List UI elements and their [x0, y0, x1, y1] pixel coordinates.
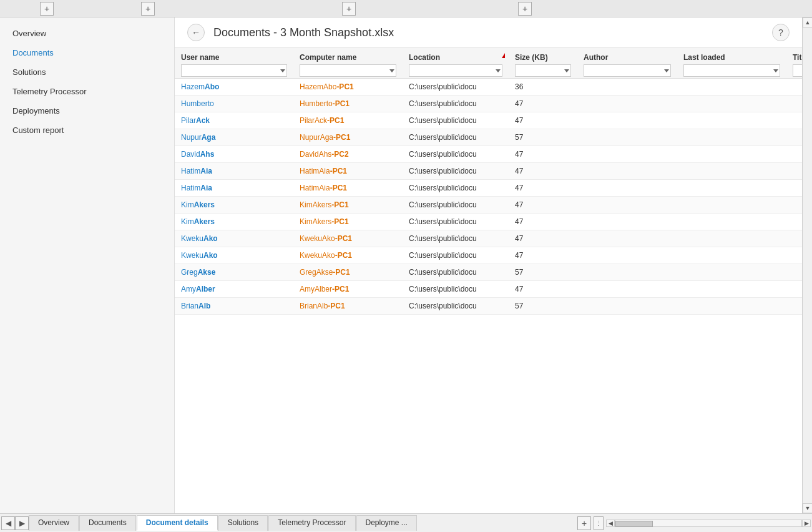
table-row[interactable]: KwekuAkoKwekuAko-PC1C:\users\public\docu… — [175, 230, 802, 247]
sidebar-item-telemetry[interactable]: Telemetry Processor — [0, 82, 174, 101]
cell-username: Humberto — [175, 96, 293, 112]
scroll-up-btn[interactable]: ▲ — [803, 17, 812, 27]
lastloaded-filter-arrow[interactable] — [773, 69, 778, 72]
right-scrollbar: ▲ ▼ — [802, 17, 812, 513]
table-row[interactable]: HazemAboHazemAbo-PC1C:\users\public\docu… — [175, 79, 802, 96]
cell-lastloaded — [677, 112, 786, 129]
bottom-nav-right[interactable]: ▶ — [15, 516, 29, 530]
bottom-tab-overview[interactable]: Overview — [29, 515, 79, 531]
cell-lastloaded — [677, 197, 786, 214]
bottom-add-tab-btn[interactable]: + — [577, 516, 591, 530]
cell-author — [577, 79, 677, 96]
sidebar-item-documents[interactable]: Documents — [0, 43, 174, 62]
cell-username: DavidAhs — [175, 146, 293, 163]
cell-username: BrianAlb — [175, 298, 293, 315]
cell-computername: KwekuAko-PC1 — [293, 247, 403, 264]
scrollbar-track[interactable] — [803, 27, 812, 503]
bottom-tab-deployme-...[interactable]: Deployme ... — [356, 515, 417, 531]
table-row[interactable]: HatimAiaHatimAia-PC1C:\users\public\docu… — [175, 180, 802, 197]
cell-lastloaded — [677, 146, 786, 163]
author-filter-arrow[interactable] — [664, 69, 669, 72]
table-row[interactable]: HumbertoHumberto-PC1C:\users\public\docu… — [175, 96, 802, 112]
cell-computername: Humberto-PC1 — [293, 96, 403, 112]
username-filter[interactable] — [181, 64, 287, 77]
bottom-more-btn[interactable]: ⋮ — [594, 516, 604, 530]
scrollbar-thumb[interactable] — [615, 521, 653, 527]
top-tab-add-1[interactable]: + — [40, 2, 54, 16]
cell-author — [577, 197, 677, 214]
cell-lastloaded — [677, 230, 786, 247]
location-filter-arrow[interactable] — [496, 69, 501, 72]
table-row[interactable]: DavidAhsDavidAhs-PC2C:\users\public\docu… — [175, 146, 802, 163]
scrollbar-left-arrow[interactable]: ◀ — [606, 520, 615, 527]
cell-size: 57 — [509, 129, 577, 146]
cell-title — [786, 163, 802, 180]
cell-location: C:\users\public\docu — [403, 247, 509, 264]
cell-username: NupurAga — [175, 129, 293, 146]
cell-computername: HatimAia-PC1 — [293, 163, 403, 180]
cell-title — [786, 197, 802, 214]
cell-username: KimAkers — [175, 214, 293, 230]
table-row[interactable]: AmyAlberAmyAlber-PC1C:\users\public\docu… — [175, 281, 802, 298]
bottom-tab-telemetry-processor[interactable]: Telemetry Processor — [268, 515, 355, 531]
cell-title — [786, 180, 802, 197]
author-filter[interactable] — [584, 64, 671, 77]
table-row[interactable]: KwekuAkoKwekuAko-PC1C:\users\public\docu… — [175, 247, 802, 264]
size-filter[interactable] — [515, 64, 571, 77]
cell-location: C:\users\public\docu — [403, 146, 509, 163]
cell-author — [577, 112, 677, 129]
sidebar-item-deployments[interactable]: Deployments — [0, 101, 174, 121]
username-filter-arrow[interactable] — [280, 69, 285, 72]
table-row[interactable]: HatimAiaHatimAia-PC1C:\users\public\docu… — [175, 163, 802, 180]
sidebar-item-solutions[interactable]: Solutions — [0, 62, 174, 82]
location-filter[interactable] — [409, 64, 502, 77]
title-filter[interactable] — [793, 64, 802, 77]
cell-title — [786, 230, 802, 247]
cell-size: 47 — [509, 112, 577, 129]
cell-size: 57 — [509, 264, 577, 281]
scrollbar-track-horiz[interactable] — [615, 520, 802, 527]
cell-author — [577, 247, 677, 264]
table-header-row: User name Computer name — [175, 48, 802, 79]
bottom-nav-left[interactable]: ◀ — [1, 516, 15, 530]
lastloaded-filter[interactable] — [683, 64, 780, 77]
cell-username: KimAkers — [175, 197, 293, 214]
scrollbar-right-arrow[interactable]: ▶ — [802, 520, 811, 527]
column-header-title: Title — [786, 48, 802, 79]
cell-size: 47 — [509, 96, 577, 112]
table-row[interactable]: PilarAckPilarAck-PC1C:\users\public\docu… — [175, 112, 802, 129]
table-row[interactable]: NupurAgaNupurAga-PC1C:\users\public\docu… — [175, 129, 802, 146]
computername-filter[interactable] — [300, 64, 396, 77]
top-tab-add-2[interactable]: + — [141, 2, 155, 16]
table-row[interactable]: GregAkseGregAkse-PC1C:\users\public\docu… — [175, 264, 802, 281]
cell-title — [786, 264, 802, 281]
top-tab-add-4[interactable]: + — [518, 2, 532, 16]
table-wrapper[interactable]: User name Computer name — [175, 48, 802, 513]
table-row[interactable]: KimAkersKimAkers-PC1C:\users\public\docu… — [175, 214, 802, 230]
cell-size: 47 — [509, 163, 577, 180]
cell-computername: DavidAhs-PC2 — [293, 146, 403, 163]
cell-location: C:\users\public\docu — [403, 79, 509, 96]
bottom-tab-documents[interactable]: Documents — [79, 515, 136, 531]
cell-location: C:\users\public\docu — [403, 180, 509, 197]
help-button[interactable]: ? — [772, 24, 790, 41]
size-filter-arrow[interactable] — [564, 69, 569, 72]
sidebar-item-overview[interactable]: Overview — [0, 24, 174, 43]
back-button[interactable]: ← — [187, 24, 205, 41]
cell-size: 47 — [509, 281, 577, 298]
cell-computername: KwekuAko-PC1 — [293, 230, 403, 247]
table-row[interactable]: KimAkersKimAkers-PC1C:\users\public\docu… — [175, 197, 802, 214]
bottom-tab-solutions[interactable]: Solutions — [218, 515, 268, 531]
cell-lastloaded — [677, 129, 786, 146]
cell-size: 47 — [509, 146, 577, 163]
computername-filter-arrow[interactable] — [389, 69, 394, 72]
top-tab-add-3[interactable]: + — [342, 2, 356, 16]
table-row[interactable]: BrianAlbBrianAlb-PC1C:\users\public\docu… — [175, 298, 802, 315]
scroll-down-btn[interactable]: ▼ — [803, 503, 812, 513]
cell-size: 47 — [509, 247, 577, 264]
cell-lastloaded — [677, 298, 786, 315]
cell-username: HazemAbo — [175, 79, 293, 96]
sidebar-item-custom-report[interactable]: Custom report — [0, 121, 174, 140]
cell-size: 47 — [509, 197, 577, 214]
bottom-tab-document-details[interactable]: Document details — [137, 515, 218, 531]
